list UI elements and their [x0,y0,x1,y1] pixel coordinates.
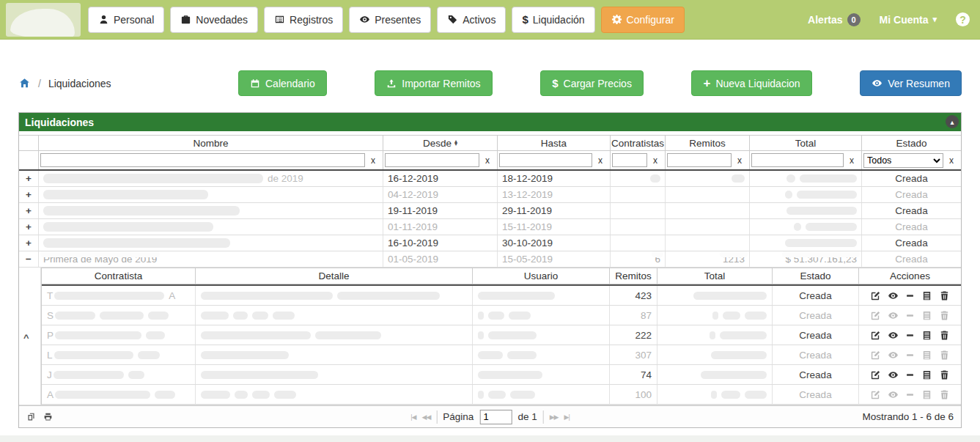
importar-remitos-button[interactable]: Importar Remitos [375,70,492,96]
col-contratistas[interactable]: Contratistas [611,135,666,151]
estado-filter-select[interactable]: Todos [863,153,943,168]
delete-icon[interactable] [939,310,950,321]
app-logo[interactable] [6,3,81,37]
delete-icon[interactable] [939,369,950,380]
edit-icon[interactable] [870,310,881,321]
subcol-usuario[interactable]: Usuario [473,268,610,284]
col-remitos[interactable]: Remitos [666,135,750,151]
view-icon[interactable] [888,330,899,341]
calendario-button[interactable]: Calendario [238,70,327,96]
delete-icon[interactable] [939,330,950,341]
clear-contratistas-filter[interactable]: x [647,155,663,166]
view-icon[interactable] [888,290,899,301]
collapse-row-button[interactable]: − [19,251,39,267]
delete-icon[interactable] [939,290,950,301]
contratistas-filter-input[interactable] [612,153,647,167]
expand-row-button[interactable]: + [19,171,39,186]
first-page-button[interactable]: |◀ [410,413,416,421]
clear-total-filter[interactable]: x [844,155,860,166]
nav-configurar-label: Configurar [627,14,674,26]
nav-liquidacion-button[interactable]: $ Liquidación [512,7,594,33]
help-icon[interactable]: ? [956,12,970,26]
clear-remitos-filter[interactable]: x [732,155,748,166]
subcol-contratista[interactable]: Contratista [42,268,196,284]
col-estado[interactable]: Estado [862,135,961,151]
table-row: + 01-11-2019 15-11-2019 Creada [19,219,961,235]
edit-icon[interactable] [870,350,881,361]
remitos-filter-input[interactable] [667,153,732,167]
sub-remitos-value: 222 [610,325,657,345]
remove-icon[interactable] [905,291,915,301]
expand-row-button[interactable]: + [19,187,39,202]
report-icon[interactable] [921,330,932,341]
table-row: + 04-12-2019 13-12-2019 Creada [19,187,961,203]
remove-icon[interactable] [905,331,915,340]
col-total[interactable]: Total [750,135,862,151]
subcol-estado[interactable]: Estado [773,268,859,284]
home-icon[interactable] [18,77,31,89]
view-icon[interactable] [888,369,899,380]
prev-page-button[interactable]: ◀◀ [421,413,430,421]
expand-row-button[interactable]: + [19,235,39,251]
nueva-liquidacion-button[interactable]: + Nueva Liquidacion [691,70,811,96]
nav-configurar-button[interactable]: Configurar [601,7,685,33]
nav-activos-button[interactable]: Activos [437,7,506,33]
edit-icon[interactable] [870,330,881,341]
edit-icon[interactable] [870,369,881,380]
remove-icon[interactable] [905,370,915,380]
next-page-button[interactable]: ▶▶ [550,413,559,421]
report-icon[interactable] [921,350,932,361]
sub-estado-value: Creada [773,345,859,364]
view-icon[interactable] [888,350,899,361]
delete-icon[interactable] [939,350,950,361]
subcol-remitos[interactable]: Remitos [610,268,657,284]
report-icon[interactable] [921,389,932,400]
alerts-link[interactable]: Alertas 0 [808,13,860,26]
report-icon[interactable] [921,290,932,301]
panel-collapse-button[interactable]: ▴ [946,115,959,128]
edit-icon[interactable] [870,290,881,301]
remove-icon[interactable] [905,311,915,320]
clear-hasta-filter[interactable]: x [592,155,608,166]
clear-estado-filter[interactable]: x [943,155,959,166]
subcol-total[interactable]: Total [657,268,773,284]
nav-novedades-button[interactable]: Novedades [170,7,258,33]
desde-filter-input[interactable] [385,153,479,167]
col-hasta[interactable]: Hasta [498,135,611,151]
estado-value: Creada [862,171,961,186]
cargar-precios-button[interactable]: $ Cargar Precios [540,70,644,96]
clear-desde-filter[interactable]: x [479,155,495,166]
nav-personal-button[interactable]: Personal [88,7,164,33]
account-menu[interactable]: Mi Cuenta ▾ [880,14,937,26]
total-filter-input[interactable] [751,153,844,167]
page-label: Página [443,411,474,422]
last-page-button[interactable]: ▶| [564,413,570,421]
nav-registros-button[interactable]: Registros [264,7,343,33]
ver-resumen-button[interactable]: Ver Resumen [860,70,962,96]
eye-icon [359,14,370,25]
col-nombre[interactable]: Nombre [39,135,383,151]
clear-nombre-filter[interactable]: x [365,155,381,166]
edit-icon[interactable] [870,389,881,400]
view-icon[interactable] [888,389,899,400]
subgrid-collapse-chevron[interactable]: ^ [23,332,29,343]
dollar-icon: $ [552,77,558,89]
delete-icon[interactable] [939,389,950,400]
subcol-detalle[interactable]: Detalle [196,268,473,284]
col-desde[interactable]: Desde ▴▾ [383,135,498,151]
export-icon[interactable] [26,412,36,421]
expand-row-button[interactable]: + [19,219,39,235]
remove-icon[interactable] [905,390,915,399]
view-icon[interactable] [888,310,899,321]
hasta-filter-input[interactable] [499,153,592,167]
report-icon[interactable] [921,369,932,380]
hasta-value: 29-11-2019 [498,203,611,218]
print-icon[interactable] [43,412,53,421]
page-input[interactable] [479,410,512,424]
remove-icon[interactable] [905,350,915,360]
report-icon[interactable] [921,310,932,321]
expand-row-button[interactable]: + [19,203,39,218]
nav-presentes-button[interactable]: Presentes [349,7,431,33]
nombre-filter-input[interactable] [40,153,365,167]
upload-icon [386,78,397,89]
